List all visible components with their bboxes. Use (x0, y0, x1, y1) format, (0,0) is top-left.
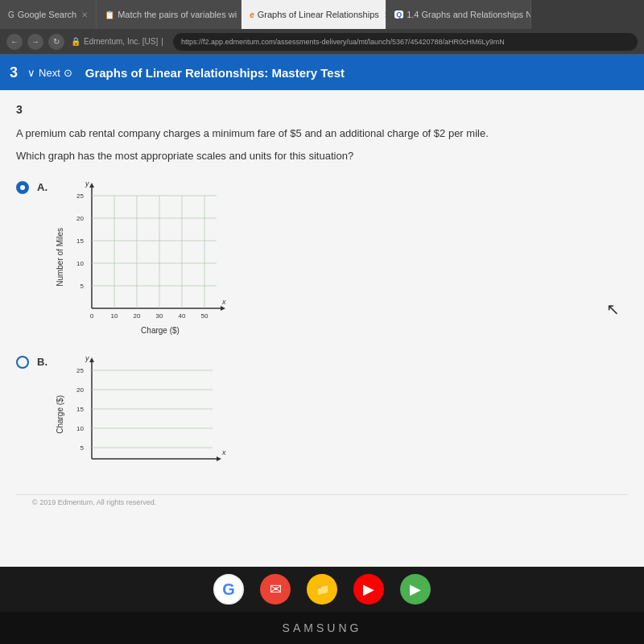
forward-button[interactable]: → (27, 34, 43, 50)
nav-buttons: ← → ↻ (6, 34, 64, 50)
y-axis-label-b: Charge ($) (56, 395, 64, 434)
page-navigation: 3 ∨ Next ⊙ Graphs of Linear Relationship… (0, 55, 644, 90)
taskbar-google[interactable]: G (213, 574, 244, 605)
svg-text:10: 10 (76, 425, 84, 432)
address-input[interactable] (173, 33, 638, 51)
svg-text:50: 50 (201, 312, 208, 320)
option-b-label: B. (37, 356, 47, 368)
svg-marker-4 (221, 306, 225, 311)
tab-graphs-linear[interactable]: e Graphs of Linear Relationships ✕ (242, 0, 386, 29)
doc-icon: 📋 (105, 10, 114, 19)
svg-text:0: 0 (90, 312, 94, 320)
tab-bar: G Google Search ✕ 📋 Match the pairs of v… (0, 0, 644, 29)
graph-svg-b: y x 25 2 (68, 354, 229, 475)
svg-text:25: 25 (76, 192, 84, 200)
svg-text:5: 5 (80, 283, 85, 290)
footer-text: © 2019 Edmentum. All rights reserved. (32, 498, 156, 506)
svg-text:40: 40 (179, 312, 186, 320)
next-icon: ⊙ (64, 67, 72, 79)
y-axis-label-a: Number of Miles (56, 228, 64, 287)
question-number: 3 (16, 103, 628, 116)
refresh-button[interactable]: ↻ (48, 34, 64, 50)
question-text: A premium cab rental company charges a m… (16, 126, 628, 142)
svg-text:y: y (85, 180, 89, 188)
edmentum-icon: e (250, 10, 254, 19)
taskbar-gmail[interactable]: ✉ (260, 574, 291, 605)
svg-text:20: 20 (76, 386, 84, 394)
footer: © 2019 Edmentum. All rights reserved. (16, 494, 628, 510)
svg-text:5: 5 (80, 444, 85, 452)
svg-text:15: 15 (76, 406, 84, 413)
taskbar-youtube[interactable]: ▶ (353, 574, 384, 605)
tab-match-pairs[interactable]: 📋 Match the pairs of variables wi ✕ (97, 0, 242, 29)
samsung-text: SAMSUNG (283, 621, 362, 634)
graph-b: Charge ($) y x (56, 354, 229, 475)
back-button[interactable]: ← (6, 34, 23, 50)
option-a-label: A. (37, 181, 47, 193)
question-sub-text: Which graph has the most appropriate sca… (16, 148, 628, 164)
radio-a[interactable] (16, 181, 29, 194)
graph-svg-a: y x 25 (68, 180, 229, 324)
google-icon: G (8, 10, 14, 19)
option-a: A. Number of Miles y x (16, 180, 628, 335)
svg-text:15: 15 (76, 237, 84, 245)
option-b: B. Charge ($) y x (16, 354, 628, 475)
question-number-nav: 3 (10, 64, 18, 81)
svg-text:30: 30 (156, 312, 163, 320)
svg-marker-32 (89, 357, 94, 362)
close-tab-icon[interactable]: ✕ (81, 10, 88, 19)
quizlet-icon: Q (394, 10, 403, 19)
next-button[interactable]: Next ⊙ (39, 67, 72, 79)
svg-text:25: 25 (76, 367, 84, 374)
site-info: 🔒 Edmentum, Inc. [US] | (71, 37, 167, 46)
radio-b[interactable] (16, 356, 29, 369)
svg-text:10: 10 (111, 312, 118, 320)
tab-google-search[interactable]: G Google Search ✕ (0, 0, 97, 29)
svg-text:x: x (221, 448, 226, 456)
graph-a: Number of Miles y x (56, 180, 229, 335)
svg-text:20: 20 (134, 312, 141, 320)
address-bar: ← → ↻ 🔒 Edmentum, Inc. [US] | (0, 29, 644, 55)
svg-text:y: y (85, 354, 89, 362)
page-title: Graphs of Linear Relationships: Mastery … (85, 66, 345, 80)
svg-marker-5 (89, 183, 94, 188)
tab-1-4-graphs[interactable]: Q 1.4 Graphs and Relationships N ✕ (386, 0, 531, 29)
content-area: 3 A premium cab rental company charges a… (0, 90, 644, 567)
svg-text:10: 10 (76, 260, 84, 267)
taskbar-files[interactable]: 📁 (307, 574, 337, 605)
samsung-bar: SAMSUNG (0, 612, 644, 644)
svg-text:x: x (221, 298, 226, 306)
taskbar-play[interactable]: ▶ (400, 574, 431, 605)
next-label: Next (39, 67, 60, 79)
svg-marker-31 (217, 456, 221, 461)
chevron-icon: ∨ (27, 67, 35, 79)
taskbar: G ✉ 📁 ▶ ▶ (0, 567, 644, 612)
lock-icon: 🔒 (71, 37, 80, 46)
svg-text:20: 20 (76, 215, 84, 222)
x-axis-label-a: Charge ($) (92, 326, 229, 335)
